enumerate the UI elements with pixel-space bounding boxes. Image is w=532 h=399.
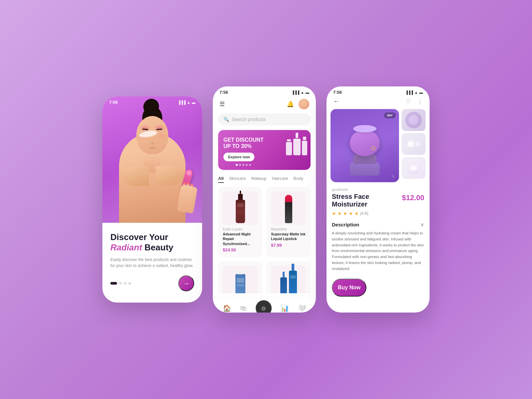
star-3: ★ bbox=[343, 211, 347, 216]
banner-bottle-2 bbox=[293, 133, 301, 155]
detail-nav-right: ♡ ⋮ bbox=[406, 98, 423, 105]
jar-smiley: ☺ bbox=[370, 144, 377, 152]
360-view-badge[interactable]: 360° bbox=[384, 112, 396, 118]
scan-nav-button[interactable]: ⊙ bbox=[256, 300, 272, 313]
banner-pagination bbox=[223, 164, 264, 166]
thumb-1-inner bbox=[409, 115, 419, 125]
detail-navigation: ← ♡ ⋮ bbox=[327, 96, 430, 109]
device-button bbox=[186, 170, 192, 176]
avatar-image bbox=[299, 99, 309, 109]
menu-icon[interactable]: ☰ bbox=[219, 100, 225, 108]
banner-dot-4 bbox=[246, 164, 248, 166]
jar-body: ☺ bbox=[350, 130, 380, 156]
blue-bottle-small bbox=[280, 277, 287, 293]
battery-icon-3: ▬ bbox=[419, 90, 423, 94]
product-card-4[interactable]: CeraVe Hydrating Serum Essence $15.50 bbox=[266, 261, 311, 293]
banner-text: GET DISCOUNT UP TO 30% bbox=[223, 137, 264, 149]
description-header: Description ∨ bbox=[332, 221, 424, 228]
wifi-icon: ▲ bbox=[187, 100, 191, 104]
banner-line1: GET DISCOUNT bbox=[223, 137, 264, 143]
search-placeholder: Search products bbox=[232, 117, 266, 122]
thumbnail-1[interactable] bbox=[402, 109, 426, 131]
thumb-2-content bbox=[407, 141, 420, 147]
thumbnail-3[interactable] bbox=[402, 157, 426, 179]
favorite-icon[interactable]: ♡ bbox=[406, 98, 411, 105]
category-tab-makeup[interactable]: Makeup bbox=[251, 176, 266, 183]
hero-subtitle: Easily discover the best products and ro… bbox=[110, 257, 194, 269]
banner-percent: 30% bbox=[241, 143, 252, 149]
activity-nav-icon[interactable]: 📊 bbox=[281, 304, 289, 312]
bag-nav-icon[interactable]: 🛍 bbox=[240, 305, 247, 312]
cream-smear bbox=[139, 129, 158, 138]
product-detail-name: Stress Face Moisturizer bbox=[332, 193, 402, 208]
eyeshadow-left bbox=[141, 126, 149, 130]
status-bar-2: 7:56 ▐▐▐ ▲ ▬ bbox=[213, 86, 316, 96]
banner-dot-3 bbox=[242, 164, 244, 166]
status-icons-3: ▐▐▐ ▲ ▬ bbox=[405, 90, 423, 94]
user-avatar[interactable] bbox=[299, 99, 309, 109]
product-brand-2: Maybelline bbox=[271, 227, 306, 231]
explore-button[interactable]: Explore now bbox=[223, 153, 254, 161]
status-time-1: 7:56 bbox=[109, 100, 118, 105]
next-button[interactable]: → bbox=[178, 275, 194, 291]
status-icons-1: ▐▐▐ ▲ ▬ bbox=[178, 100, 196, 104]
lipstick-body bbox=[285, 201, 292, 223]
category-tab-skincare[interactable]: Skincare bbox=[229, 176, 246, 183]
thumbnail-gallery bbox=[402, 109, 426, 182]
category-tab-all[interactable]: All bbox=[218, 176, 224, 183]
product-card-2[interactable]: Maybelline Superstay Matte Ink Liquid Li… bbox=[266, 187, 311, 257]
banner-bottle-3 bbox=[302, 137, 307, 155]
expand-icon[interactable]: ⤡ bbox=[390, 173, 396, 180]
product-grid: Estée Lauder Advanced Night Repair Synch… bbox=[213, 187, 316, 293]
product-brand-1: Estée Lauder bbox=[223, 227, 258, 231]
hero-title: Discover Your Radiant Beauty bbox=[110, 232, 194, 253]
banner-bottle-1 bbox=[286, 139, 292, 155]
lipstick-color bbox=[285, 195, 292, 202]
mouth bbox=[149, 146, 156, 148]
bottle-label-4 bbox=[290, 275, 296, 279]
search-bar[interactable]: 🔍 Search products bbox=[218, 113, 311, 125]
chevron-down-icon[interactable]: ∨ bbox=[420, 221, 424, 228]
status-bar-3: 7:56 ▐▐▐ ▲ ▬ bbox=[327, 86, 430, 96]
battery-icon-2: ▬ bbox=[306, 90, 309, 94]
bottom-navigation: 🏠 🛍 ⊙ 📊 🤍 bbox=[213, 296, 316, 313]
bottle-label bbox=[237, 203, 244, 207]
star-2: ★ bbox=[337, 211, 342, 216]
product-image-4 bbox=[271, 266, 306, 293]
description-text: A deeply nourishing and hydrating cream … bbox=[332, 230, 424, 272]
face bbox=[136, 116, 168, 154]
product-image-3 bbox=[223, 266, 258, 293]
banner-content: GET DISCOUNT UP TO 30% Explore now bbox=[223, 137, 264, 166]
notification-icon[interactable]: 🔔 bbox=[287, 100, 294, 108]
dropper bbox=[240, 191, 241, 194]
thumb-2-orb bbox=[407, 141, 414, 147]
product-price-1: $24.50 bbox=[223, 247, 258, 252]
product-name-1: Advanced Night Repair Synchronized... bbox=[223, 232, 258, 246]
thumb-3-content bbox=[408, 161, 420, 175]
dot-3 bbox=[124, 282, 126, 285]
thumbnail-2[interactable] bbox=[402, 133, 426, 155]
buy-now-button[interactable]: Buy Now bbox=[332, 279, 366, 297]
home-nav-icon[interactable]: 🏠 bbox=[223, 304, 231, 312]
hero-title-line2: Beauty bbox=[145, 242, 174, 252]
banner-dot-2 bbox=[239, 164, 241, 166]
signal-icon-2: ▐▐▐ bbox=[292, 90, 299, 94]
nav-right-icons: 🔔 bbox=[287, 99, 309, 109]
pump-small bbox=[283, 272, 285, 278]
product-card-3[interactable]: Neutrogena Hydro Boost Water Gel $18.00 bbox=[218, 261, 262, 293]
name-price-row: Stress Face Moisturizer $12.00 bbox=[332, 193, 424, 208]
more-options-icon[interactable]: ⋮ bbox=[417, 98, 423, 105]
onboarding-text-section: Discover Your Radiant Beauty Easily disc… bbox=[102, 223, 202, 298]
wishlist-nav-icon[interactable]: 🤍 bbox=[298, 304, 306, 312]
back-button[interactable]: ← bbox=[333, 97, 340, 105]
category-tab-haircare[interactable]: Haircare bbox=[272, 176, 288, 183]
jar-lid bbox=[353, 125, 376, 132]
category-tab-body[interactable]: Body bbox=[294, 176, 304, 183]
pump-large bbox=[292, 264, 294, 271]
description-section: Description ∨ A deeply nourishing and hy… bbox=[327, 219, 430, 275]
product-card-1[interactable]: Estée Lauder Advanced Night Repair Synch… bbox=[218, 187, 262, 257]
phone-2-browse: 7:56 ▐▐▐ ▲ ▬ ☰ 🔔 🔍 Search products bbox=[213, 86, 316, 313]
product-price-2: $7.99 bbox=[271, 243, 306, 248]
blue-bottle-large bbox=[289, 271, 297, 293]
hero-section: 7:56 ▐▐▐ ▲ ▬ bbox=[102, 96, 202, 223]
